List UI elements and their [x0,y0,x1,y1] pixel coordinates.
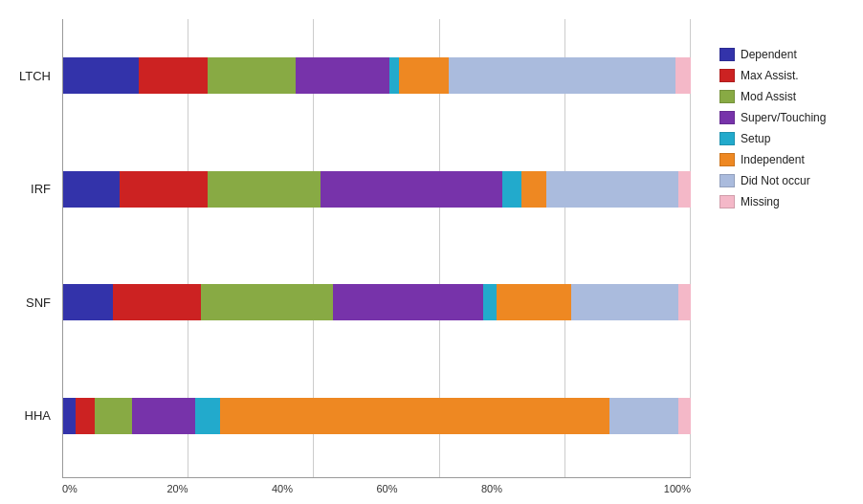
legend-swatch-dependent [719,48,735,61]
row-label-irf: IRF [15,182,58,196]
x-label-60: 60% [377,483,482,494]
bar-segment-missing [678,171,691,208]
legend-item-max-assist-: Max Assist. [719,69,853,82]
x-label-100: 100% [586,483,692,494]
row-label-snf: SNF [15,296,58,310]
legend-label-text: Missing [741,195,780,208]
legend-swatch-superv-touching [719,111,735,124]
chart-container: LTCH IRF SNF HHA [0,0,863,504]
bar-wrapper-snf [63,284,691,320]
bar-segment-max-assist- [76,398,95,434]
bar-segment-superv-touching [333,284,483,320]
bar-segment-mod-assist [208,171,321,208]
bar-segment-did-not-occur [546,171,678,208]
bar-row-irf: IRF [63,171,691,208]
legend-swatch-setup [719,132,735,145]
legend-swatch-independent [719,153,735,166]
bar-segment-independent [220,398,609,434]
bar-segment-mod-assist [201,284,333,320]
legend-label-text: Did Not occur [741,174,810,187]
legend-item-mod-assist: Mod Assist [719,90,853,103]
bar-segment-setup [483,284,496,320]
bar-segment-mod-assist [95,398,132,434]
chart-area: LTCH IRF SNF HHA [10,19,700,494]
legend-label-text: Dependent [741,48,797,61]
legend-item-superv-touching: Superv/Touching [719,111,853,124]
legend-swatch-max-assist- [719,69,735,82]
bar-row-hha: HHA [63,398,691,434]
legend-item-dependent: Dependent [719,48,853,61]
bar-segment-missing [678,398,691,434]
bar-segment-independent [399,57,449,94]
row-label-ltch: LTCH [15,69,58,83]
x-label-80: 80% [481,483,586,494]
bar-segment-superv-touching [321,171,502,208]
legend-item-setup: Setup [719,132,853,145]
legend-item-independent: Independent [719,153,853,166]
bar-segment-independent [521,171,546,208]
bar-segment-setup [502,171,521,208]
x-axis-labels: 0% 20% 40% 60% 80% 100% [62,478,691,494]
bars-section: LTCH IRF SNF HHA [62,19,691,478]
bar-segment-setup [195,398,220,434]
rows-container: LTCH IRF SNF HHA [10,19,691,494]
bar-segment-did-not-occur [571,284,678,320]
legend-label-text: Superv/Touching [741,111,826,124]
bar-segment-missing [678,284,691,320]
bar-row-ltch: LTCH [63,57,691,94]
legend-label-text: Independent [741,153,805,166]
bar-wrapper-irf [63,171,691,208]
bar-segment-superv-touching [132,398,195,434]
legend-label-text: Setup [741,132,770,145]
bar-wrapper-ltch [63,57,691,94]
row-label-hha: HHA [15,408,58,423]
bar-segment-max-assist- [139,57,208,94]
legend-item-missing: Missing [719,195,853,208]
legend-label-text: Mod Assist [741,90,796,103]
bar-segment-dependent [63,398,76,434]
bar-segment-superv-touching [296,57,389,94]
bar-segment-mod-assist [208,57,296,94]
bar-segment-dependent [63,171,120,208]
x-label-20: 20% [167,483,273,494]
bar-segment-did-not-occur [609,398,678,434]
bar-segment-dependent [63,284,113,320]
legend-item-did-not-occur: Did Not occur [719,174,853,187]
legend-swatch-missing [719,195,735,208]
bar-row-snf: SNF [63,284,691,320]
bar-segment-missing [675,57,691,94]
bar-wrapper-hha [63,398,691,434]
legend-label-text: Max Assist. [741,69,799,82]
bar-segment-did-not-occur [449,57,675,94]
bar-segment-independent [497,284,572,320]
legend-swatch-mod-assist [719,90,735,103]
legend-swatch-did-not-occur [719,174,735,187]
x-label-40: 40% [272,483,377,494]
bar-segment-setup [389,57,399,94]
legend: DependentMax Assist.Mod AssistSuperv/Tou… [700,19,853,494]
bar-segment-max-assist- [113,284,201,320]
bar-segment-max-assist- [120,171,208,208]
x-label-0: 0% [62,483,167,494]
bar-segment-dependent [63,57,139,94]
